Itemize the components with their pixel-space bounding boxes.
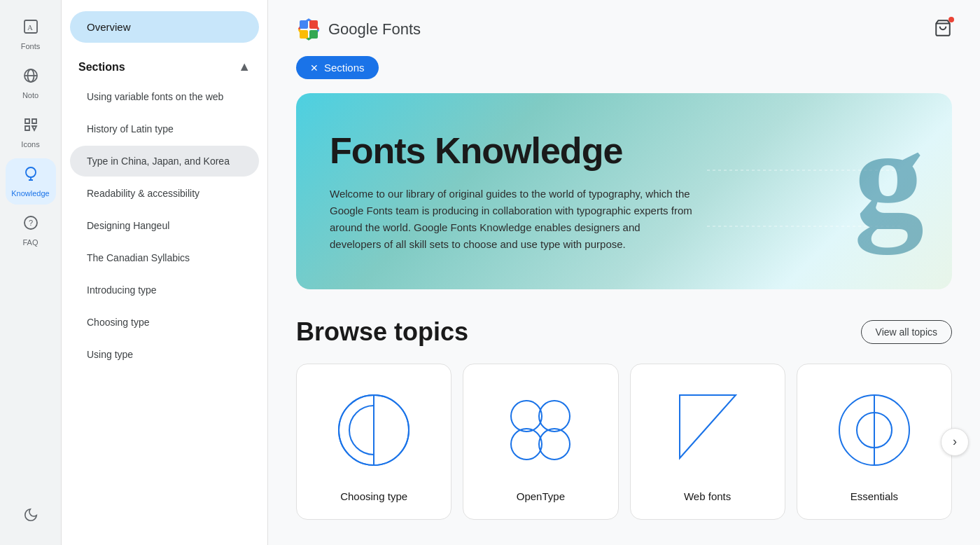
sidebar-item-choosing-type[interactable]: Choosing type xyxy=(70,307,259,338)
hero-description: Welcome to our library of original guide… xyxy=(330,186,694,253)
sidebar-overview[interactable]: Overview xyxy=(70,11,259,43)
svg-marker-20 xyxy=(680,395,736,458)
browse-topics-header: Browse topics View all topics xyxy=(296,317,952,347)
essentials-icon xyxy=(825,381,923,479)
topic-card-essentials[interactable]: Essentials xyxy=(797,364,952,520)
nav-item-noto[interactable]: Noto xyxy=(6,60,56,106)
choosing-type-icon xyxy=(325,381,423,479)
nav-item-icons[interactable]: Icons xyxy=(6,109,56,156)
sidebar-item-canadian[interactable]: The Canadian Syllabics xyxy=(70,242,259,273)
sections-chevron-icon[interactable]: ▲ xyxy=(238,60,251,74)
topic-label-choosing-type: Choosing type xyxy=(340,490,407,502)
sidebar-item-hangeul[interactable]: Designing Hangeul xyxy=(70,210,259,241)
logo-text: Google Fonts xyxy=(328,20,421,39)
svg-text:A: A xyxy=(27,23,33,32)
sections-pill-label: Sections xyxy=(324,62,365,74)
topic-label-opentype: OpenType xyxy=(517,490,565,502)
sections-pill-button[interactable]: ✕ Sections xyxy=(296,56,379,79)
sidebar-sections-header: Sections ▲ xyxy=(62,48,267,80)
logo-area: Google Fonts xyxy=(296,17,421,42)
sidebar-item-cjk[interactable]: Type in China, Japan, and Korea xyxy=(70,146,259,177)
nav-label-fonts: Fonts xyxy=(21,42,41,50)
nav-label-noto: Noto xyxy=(22,91,38,99)
fonts-icon: A xyxy=(22,18,39,39)
nav-item-faq[interactable]: ? FAQ xyxy=(6,207,56,254)
nav-item-darkmode[interactable] xyxy=(6,500,56,534)
sidebar-item-using-type[interactable]: Using type xyxy=(70,339,259,370)
svg-point-16 xyxy=(511,401,542,432)
sidebar-item-readability[interactable]: Readability & accessibility xyxy=(70,178,259,209)
sidebar-sections-title: Sections xyxy=(78,61,125,74)
faq-icon: ? xyxy=(22,214,39,235)
view-all-topics-button[interactable]: View all topics xyxy=(861,320,952,344)
svg-point-17 xyxy=(539,401,570,432)
cart-notification-dot xyxy=(948,17,954,22)
nav-item-fonts[interactable]: A Fonts xyxy=(6,11,56,57)
hero-title: Fonts Knowledge xyxy=(330,130,694,172)
hero-text: Fonts Knowledge Welcome to our library o… xyxy=(330,130,694,253)
web-fonts-icon xyxy=(659,381,757,479)
globe-icon xyxy=(22,67,39,88)
svg-text:?: ? xyxy=(29,219,33,227)
nav-item-knowledge[interactable]: Knowledge xyxy=(6,158,56,205)
topic-label-essentials: Essentials xyxy=(850,490,898,502)
nav-label-knowledge: Knowledge xyxy=(11,189,49,198)
icon-nav: A Fonts Noto Icons Knowledge xyxy=(0,0,62,545)
nav-label-icons: Icons xyxy=(21,140,39,149)
top-header: Google Fonts xyxy=(296,17,952,42)
topics-next-button[interactable]: › xyxy=(941,428,969,456)
topic-card-opentype[interactable]: OpenType xyxy=(463,364,618,520)
sidebar-item-history-latin[interactable]: History of Latin type xyxy=(70,113,259,144)
svg-rect-8 xyxy=(309,20,318,29)
sidebar: Overview Sections ▲ Using variable fonts… xyxy=(62,0,268,545)
sidebar-item-variable-fonts[interactable]: Using variable fonts on the web xyxy=(70,81,259,112)
svg-rect-9 xyxy=(300,30,308,39)
google-logo-icon xyxy=(296,17,321,42)
sidebar-sections-list: Using variable fonts on the webHistory o… xyxy=(62,80,267,371)
browse-topics-title: Browse topics xyxy=(296,317,468,347)
svg-point-18 xyxy=(511,429,542,460)
topic-label-web-fonts: Web fonts xyxy=(684,490,731,502)
nav-label-faq: FAQ xyxy=(22,238,38,247)
svg-rect-7 xyxy=(300,20,308,29)
opentype-icon xyxy=(491,381,589,479)
svg-point-19 xyxy=(539,429,570,460)
topics-row: Choosing type OpenType Web fonts xyxy=(296,364,952,520)
hero-g-letter: g xyxy=(854,107,924,247)
close-sections-icon: ✕ xyxy=(310,62,318,74)
topic-card-choosing-type[interactable]: Choosing type xyxy=(296,364,451,520)
main-content: Google Fonts ✕ Sections Fonts Knowledge … xyxy=(268,0,980,545)
icons-icon xyxy=(22,116,39,137)
hero-banner: Fonts Knowledge Welcome to our library o… xyxy=(296,93,952,289)
knowledge-icon xyxy=(22,165,39,186)
sidebar-item-intro-type[interactable]: Introducing type xyxy=(70,275,259,305)
cart-button[interactable] xyxy=(934,19,952,40)
svg-rect-10 xyxy=(309,30,318,39)
moon-icon xyxy=(23,507,38,527)
topic-card-web-fonts[interactable]: Web fonts xyxy=(630,364,785,520)
